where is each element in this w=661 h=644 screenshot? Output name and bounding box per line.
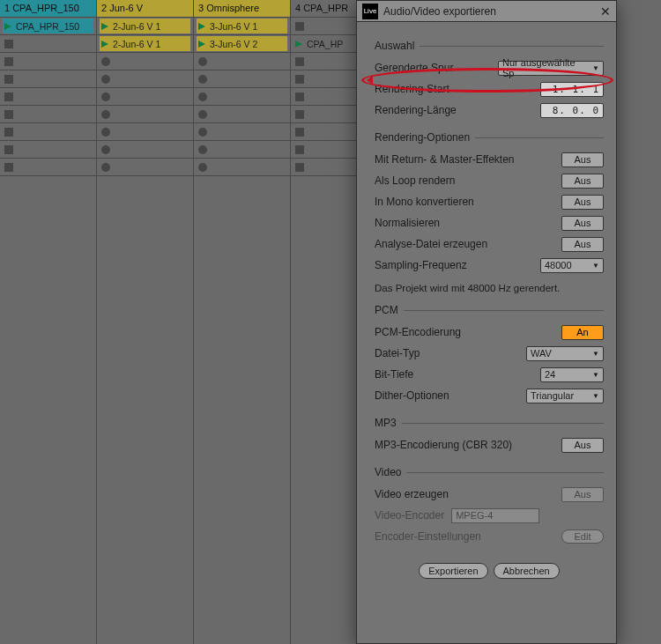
clip[interactable]: 2-Jun-6 V 1 [100, 36, 190, 51]
clip[interactable]: 3-Jun-6 V 2 [197, 36, 287, 51]
clip-slot[interactable] [194, 106, 290, 123]
track-column: 3 Omnisphere3-Jun-6 V 13-Jun-6 V 2 [194, 0, 291, 644]
record-slot-icon[interactable] [198, 145, 207, 154]
clip-slot[interactable] [97, 53, 193, 70]
clip-slot[interactable]: 3-Jun-6 V 1 [194, 18, 290, 35]
clip-slot[interactable] [0, 159, 96, 176]
clip-slot[interactable] [0, 35, 96, 53]
track-column: 1 CPA_HPR_150CPA_HPR_150 [0, 0, 97, 644]
clip-slot[interactable] [0, 123, 96, 141]
select-bit-depth[interactable]: 24▼ [540, 367, 604, 382]
play-icon[interactable] [100, 39, 110, 49]
clip-slot[interactable]: 2-Jun-6 V 1 [97, 18, 193, 35]
record-slot-icon[interactable] [101, 57, 110, 66]
record-slot-icon[interactable] [198, 128, 207, 137]
clip-slot[interactable] [0, 88, 96, 106]
clip[interactable]: 2-Jun-6 V 1 [100, 19, 190, 33]
clip-slot[interactable] [194, 53, 290, 70]
clip-slot[interactable] [97, 141, 193, 159]
stop-icon[interactable] [4, 57, 13, 66]
play-icon[interactable] [3, 21, 13, 32]
stop-icon[interactable] [295, 22, 304, 31]
toggle-mp3-encoding[interactable]: Aus [561, 438, 604, 453]
record-slot-icon[interactable] [198, 93, 207, 101]
label-dither: Dither-Optionen [375, 389, 526, 402]
toggle-pcm-encoding[interactable]: An [561, 325, 604, 340]
select-dither[interactable]: Triangular▼ [526, 389, 604, 403]
record-slot-icon[interactable] [101, 163, 110, 172]
clip-slot[interactable] [194, 141, 290, 159]
stop-icon[interactable] [4, 128, 13, 137]
chevron-down-icon: ▼ [592, 371, 599, 379]
select-sample-rate[interactable]: 48000▼ [540, 258, 604, 273]
input-render-start[interactable]: 1. 1. 1 [540, 82, 604, 97]
stop-icon[interactable] [295, 128, 304, 137]
record-slot-icon[interactable] [101, 145, 110, 154]
clip-slot[interactable] [97, 70, 193, 88]
toggle-normalize[interactable]: Aus [561, 216, 604, 231]
play-icon[interactable] [197, 21, 207, 32]
track-header[interactable]: 3 Omnisphere [194, 0, 290, 18]
toggle-convert-mono[interactable]: Aus [561, 195, 604, 210]
clip-slot[interactable] [0, 53, 96, 70]
clip-slot[interactable] [194, 123, 290, 141]
stop-icon[interactable] [4, 40, 13, 48]
input-render-length[interactable]: 8. 0. 0 [540, 103, 604, 118]
record-slot-icon[interactable] [198, 75, 207, 84]
stop-icon[interactable] [4, 145, 13, 154]
stop-icon[interactable] [295, 145, 304, 154]
toggle-return-master-fx[interactable]: Aus [561, 152, 604, 167]
label-mp3-encoding: MP3-Encodierung (CBR 320) [375, 439, 561, 451]
clip-slot[interactable]: 3-Jun-6 V 2 [194, 35, 290, 53]
record-slot-icon[interactable] [101, 93, 110, 101]
button-encoder-edit[interactable]: Edit [561, 529, 604, 544]
record-slot-icon[interactable] [101, 75, 110, 84]
record-slot-icon[interactable] [198, 110, 207, 119]
play-icon[interactable] [100, 21, 110, 32]
clip-slot[interactable] [194, 70, 290, 88]
stop-icon[interactable] [295, 163, 304, 172]
toggle-render-as-loop[interactable]: Aus [561, 174, 604, 189]
record-slot-icon[interactable] [101, 128, 110, 137]
stop-icon[interactable] [4, 110, 13, 119]
clip[interactable]: 3-Jun-6 V 1 [197, 19, 287, 33]
clip-slot[interactable] [97, 123, 193, 141]
clip-slot[interactable] [97, 88, 193, 106]
play-icon[interactable] [197, 39, 207, 49]
info-sample-rate: Das Projekt wird mit 48000 Hz gerendert. [375, 283, 604, 293]
clip-slot[interactable] [0, 141, 96, 159]
clip-slot[interactable] [194, 159, 290, 176]
clip-slot[interactable] [194, 88, 290, 106]
select-file-type[interactable]: WAV▼ [526, 346, 604, 361]
stop-icon[interactable] [295, 75, 304, 84]
clip-slot[interactable]: 2-Jun-6 V 1 [97, 35, 193, 53]
clip-slot[interactable] [97, 106, 193, 123]
toggle-analysis-file[interactable]: Aus [561, 237, 604, 252]
clip-slot[interactable] [97, 159, 193, 176]
export-button[interactable]: Exportieren [419, 563, 487, 579]
toggle-video-create[interactable]: Aus [561, 487, 604, 502]
clip-slot[interactable] [0, 70, 96, 88]
clip[interactable]: CPA_HPR_150 [3, 19, 93, 33]
stop-icon[interactable] [295, 57, 304, 66]
stop-icon[interactable] [295, 110, 304, 119]
dialog-titlebar: Live Audio/Video exportieren ✕ [357, 1, 616, 22]
label-normalize: Normalisieren [375, 217, 561, 229]
stop-icon[interactable] [4, 93, 13, 101]
stop-icon[interactable] [4, 75, 13, 84]
cancel-button[interactable]: Abbrechen [494, 563, 560, 579]
record-slot-icon[interactable] [198, 57, 207, 66]
stop-icon[interactable] [4, 163, 13, 172]
clip-slot[interactable] [0, 106, 96, 123]
close-icon[interactable]: ✕ [600, 4, 611, 19]
label-render-start: Rendering-Start [375, 83, 540, 95]
select-rendered-track[interactable]: Nur ausgewählte Sp▼ [498, 61, 604, 76]
clip-slot[interactable]: CPA_HPR_150 [0, 18, 96, 35]
track-header[interactable]: 1 CPA_HPR_150 [0, 0, 96, 18]
record-slot-icon[interactable] [101, 110, 110, 119]
play-icon[interactable] [293, 39, 304, 49]
record-slot-icon[interactable] [198, 163, 207, 172]
label-rendered-track: Gerenderte Spur [375, 62, 498, 74]
stop-icon[interactable] [295, 93, 304, 101]
track-header[interactable]: 2 Jun-6 V [97, 0, 193, 18]
